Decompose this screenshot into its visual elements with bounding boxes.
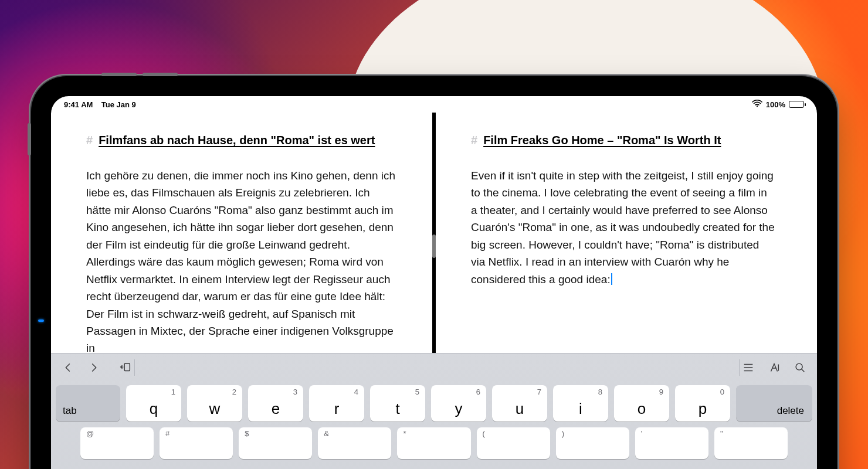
volume-down-button[interactable] [143, 73, 178, 76]
key-sym[interactable]: @ [80, 427, 154, 459]
key-sym[interactable]: ( [477, 427, 550, 459]
key-i[interactable]: 8i [553, 385, 608, 422]
markdown-hash: # [86, 134, 93, 147]
keyboard-row-2: @#$&*()'" [56, 427, 812, 459]
tab-key[interactable]: tab [56, 385, 120, 422]
key-sym[interactable]: " [714, 427, 788, 459]
status-date: Tue Jan 9 [101, 100, 136, 109]
markdown-hash: # [471, 134, 477, 147]
key-sym[interactable]: & [318, 427, 391, 459]
list-icon[interactable] [742, 361, 755, 374]
indent-icon[interactable] [119, 361, 132, 374]
screen: 9:41 AM Tue Jan 9 100% # Filmfans ab nac… [51, 96, 817, 469]
key-t[interactable]: 5t [370, 385, 425, 422]
keyboard-row-1: tab 1q2w3e4r5t6y7u8i9o0pdelete [56, 385, 812, 422]
left-title[interactable]: Filmfans ab nach Hause, denn "Roma" ist … [99, 134, 375, 147]
charging-indicator [38, 320, 44, 322]
svg-point-0 [757, 106, 758, 107]
key-u[interactable]: 7u [492, 385, 547, 422]
right-title[interactable]: Film Freaks Go Home – "Roma" Is Worth It [483, 134, 721, 147]
svg-line-7 [802, 369, 805, 372]
left-body[interactable]: Ich gehöre zu denen, die immer noch ins … [86, 167, 397, 357]
redo-forward-icon[interactable] [87, 361, 100, 374]
key-sym[interactable]: ) [556, 427, 629, 459]
right-body[interactable]: Even if it isn't quite in step with the … [471, 167, 776, 288]
svg-point-6 [796, 363, 802, 370]
key-sym[interactable]: * [397, 427, 470, 459]
undo-back-icon[interactable] [62, 361, 74, 374]
svg-rect-1 [124, 363, 130, 371]
right-body-text: Even if it isn't quite in step with the … [471, 169, 775, 286]
key-y[interactable]: 6y [431, 385, 486, 422]
ipad-frame: 9:41 AM Tue Jan 9 100% # Filmfans ab nac… [31, 76, 837, 469]
key-p[interactable]: 0p [675, 385, 730, 422]
text-cursor [611, 273, 612, 285]
keyboard-keys: tab 1q2w3e4r5t6y7u8i9o0pdelete @#$&*()'" [51, 382, 817, 459]
battery-icon [789, 101, 804, 108]
key-r[interactable]: 4r [309, 385, 364, 422]
wifi-icon [752, 100, 762, 109]
accessory-separator [134, 359, 135, 376]
key-e[interactable]: 3e [248, 385, 303, 422]
key-sym[interactable]: # [160, 427, 233, 459]
keyboard-accessory-bar [51, 354, 817, 382]
delete-key[interactable]: delete [736, 385, 812, 422]
key-q[interactable]: 1q [126, 385, 181, 422]
text-format-icon[interactable] [768, 361, 781, 374]
status-time: 9:41 AM [64, 100, 93, 109]
volume-up-button[interactable] [101, 73, 137, 76]
key-o[interactable]: 9o [614, 385, 669, 422]
battery-percent: 100% [766, 100, 785, 109]
keyboard: tab 1q2w3e4r5t6y7u8i9o0pdelete @#$&*()'" [51, 353, 817, 469]
search-icon[interactable] [794, 361, 806, 374]
key-sym[interactable]: $ [239, 427, 312, 459]
key-sym[interactable]: ' [635, 427, 708, 459]
status-bar: 9:41 AM Tue Jan 9 100% [51, 96, 817, 113]
accessory-separator [739, 359, 740, 376]
key-w[interactable]: 2w [187, 385, 242, 422]
power-button[interactable] [28, 123, 31, 155]
